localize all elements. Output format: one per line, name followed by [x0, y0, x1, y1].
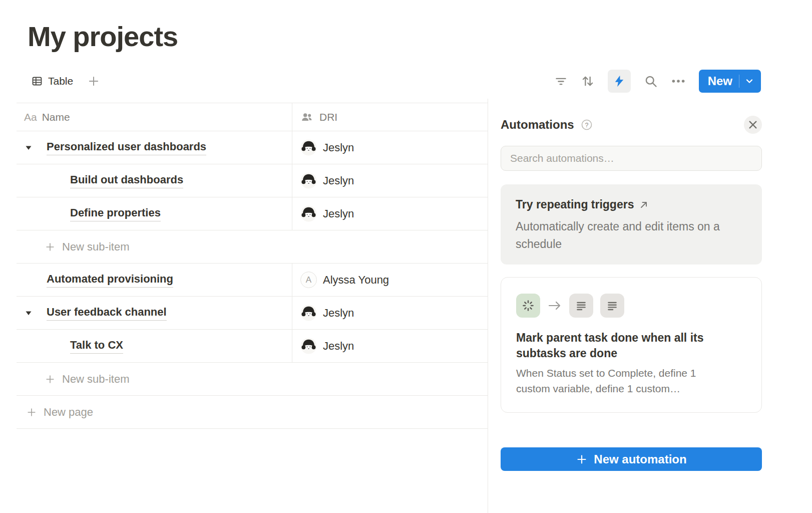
- panel-title: Automations: [501, 118, 574, 132]
- plus-icon: [26, 407, 37, 418]
- promo-title: Try repeating triggers: [516, 198, 634, 211]
- add-view-button[interactable]: [87, 75, 100, 88]
- jeslyn-avatar: [300, 338, 317, 354]
- panel-divider: [488, 99, 488, 513]
- projects-table: Aa Name DRI Personalized user dashboards: [17, 103, 488, 429]
- jeslyn-avatar: [300, 139, 317, 156]
- dri-cell[interactable]: Jeslyn: [292, 197, 488, 230]
- dri-person-name: Jeslyn: [323, 141, 354, 154]
- panel-header: Automations ?: [501, 116, 762, 134]
- table-row: New sub-item: [17, 363, 488, 396]
- column-header-dri[interactable]: DRI: [292, 103, 488, 131]
- close-panel-button[interactable]: [744, 116, 762, 134]
- table-row: Talk to CX Jeslyn: [17, 330, 488, 363]
- dri-person-name: Alyssa Young: [323, 274, 389, 287]
- dri-person-name: Jeslyn: [323, 340, 354, 353]
- new-automation-button[interactable]: New automation: [501, 447, 762, 471]
- repeating-triggers-promo[interactable]: Try repeating triggers Automatically cre…: [501, 184, 762, 265]
- table-grid-icon: [31, 75, 43, 87]
- toggle-triangle-icon[interactable]: [25, 144, 33, 152]
- new-page-label: New page: [44, 406, 93, 419]
- dri-person-name: Jeslyn: [323, 207, 354, 220]
- page-link[interactable]: Personalized user dashboards: [47, 140, 206, 155]
- view-tabs: Table: [31, 75, 100, 88]
- plus-icon: [576, 453, 588, 465]
- automation-card[interactable]: Mark parent task done when all its subta…: [501, 277, 762, 413]
- automation-title: Mark parent task done when all its subta…: [516, 330, 746, 361]
- plus-icon: [45, 374, 56, 385]
- dri-cell[interactable]: Jeslyn: [292, 131, 488, 164]
- page-title[interactable]: My projects: [28, 20, 178, 53]
- jeslyn-avatar: [300, 305, 317, 321]
- search-automations-input[interactable]: [501, 146, 762, 171]
- close-icon: [749, 121, 757, 129]
- notion-app: My projects Table: [0, 0, 812, 513]
- help-icon[interactable]: ?: [580, 118, 593, 131]
- page-link[interactable]: Define properties: [70, 206, 161, 221]
- arrow-right-icon: [547, 300, 562, 311]
- column-header-name[interactable]: Aa Name: [17, 103, 292, 131]
- table-header-row: Aa Name DRI: [17, 103, 488, 131]
- page-content-icon: [600, 294, 624, 318]
- table-row: New sub-item: [17, 230, 488, 264]
- table-row: Personalized user dashboards Jeslyn: [17, 131, 488, 164]
- dri-cell[interactable]: Jeslyn: [292, 164, 488, 197]
- arrow-up-right-icon: [639, 200, 649, 210]
- people-icon: [300, 111, 313, 124]
- new-automation-label: New automation: [594, 452, 686, 466]
- page-link[interactable]: Talk to CX: [70, 339, 123, 354]
- svg-text:?: ?: [585, 122, 588, 129]
- new-sub-item-label: New sub-item: [62, 373, 129, 386]
- tab-table-label: Table: [48, 75, 73, 87]
- jeslyn-avatar: [300, 172, 317, 189]
- automation-description: When Status set to Complete, define 1 cu…: [516, 366, 716, 396]
- letter-avatar: A: [300, 272, 317, 288]
- text-property-icon: Aa: [24, 111, 37, 123]
- dri-cell[interactable]: A Alyssa Young: [292, 264, 488, 296]
- status-spinner-icon: [516, 294, 540, 318]
- page-link[interactable]: Automated provisioning: [47, 273, 173, 288]
- page-link[interactable]: User feedback channel: [47, 306, 167, 321]
- table-row: Define properties Jeslyn: [17, 197, 488, 230]
- automations-panel: Automations ? Try repeating triggers: [501, 0, 762, 513]
- automation-icons: [516, 294, 746, 318]
- plus-icon: [45, 241, 56, 252]
- dri-person-name: Jeslyn: [323, 174, 354, 187]
- page-link[interactable]: Build out dashboards: [70, 173, 183, 188]
- tab-table[interactable]: Table: [31, 75, 73, 87]
- page-content-icon: [569, 294, 593, 318]
- dri-cell[interactable]: Jeslyn: [292, 330, 488, 362]
- promo-description: Automatically create and edit items on a…: [516, 218, 731, 252]
- toggle-triangle-icon[interactable]: [25, 309, 33, 317]
- dri-person-name: Jeslyn: [323, 307, 354, 320]
- new-sub-item-label: New sub-item: [62, 240, 129, 253]
- plus-icon: [87, 75, 100, 88]
- jeslyn-avatar: [300, 205, 317, 222]
- column-dri-label: DRI: [319, 111, 337, 123]
- table-row: User feedback channel Jeslyn: [17, 297, 488, 330]
- column-name-label: Name: [42, 111, 70, 123]
- table-row: Build out dashboards Jeslyn: [17, 164, 488, 197]
- table-row: New page: [17, 396, 488, 429]
- new-page-button[interactable]: New page: [17, 396, 488, 428]
- new-sub-item-button[interactable]: New sub-item: [17, 363, 488, 395]
- new-sub-item-button[interactable]: New sub-item: [17, 230, 488, 263]
- table-row: Automated provisioning A Alyssa Young: [17, 264, 488, 297]
- dri-cell[interactable]: Jeslyn: [292, 297, 488, 329]
